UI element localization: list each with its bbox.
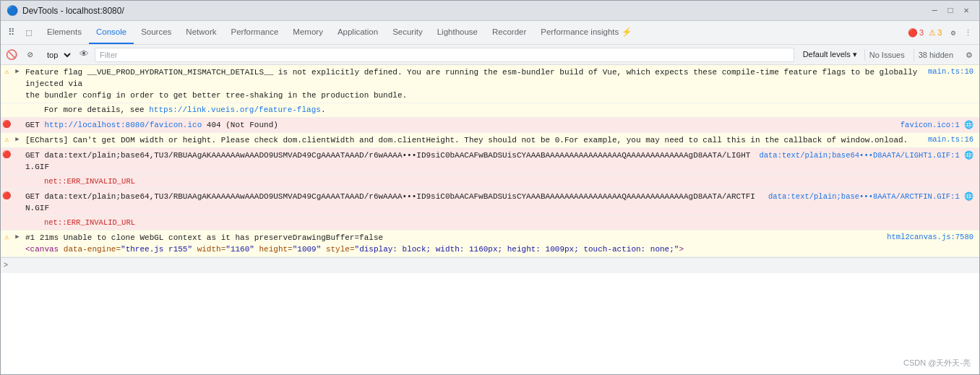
console-row-arctfin: 🔴 GET data:text/plain;base64,TU3/RBUAAgA… xyxy=(1,189,979,216)
warn-icon-3: ⚠ xyxy=(1,133,12,147)
warn-icon-6: ⚠ xyxy=(1,230,12,257)
error-badge: 🔴 3 xyxy=(908,28,924,38)
expand-1[interactable]: ▶ xyxy=(12,65,22,103)
row-source-light1[interactable]: data:text/plain;base64•••D8AATA/LIGHT1.G… xyxy=(756,148,979,161)
tab-sources[interactable]: Sources xyxy=(134,21,179,44)
tab-performance[interactable]: Performance xyxy=(224,21,286,44)
title-bar: 🔵 DevTools - localhost:8080/ — □ ✕ xyxy=(1,1,979,21)
minimize-button[interactable]: — xyxy=(927,4,942,18)
expand-6[interactable]: ▶ xyxy=(12,230,22,257)
vue-flags-link[interactable]: https://link.vueis.org/feature-flags xyxy=(149,105,321,114)
expand-5 xyxy=(12,189,22,215)
devtools-inspect-icon[interactable]: ⬚ xyxy=(21,21,37,44)
context-selector[interactable]: top xyxy=(41,48,73,61)
row-content-echarts: [ECharts] Can't get DOM width or height.… xyxy=(22,133,925,147)
row-source-vue-warn[interactable]: main.ts:10 xyxy=(925,65,979,77)
tab-lighthouse[interactable]: Lighthouse xyxy=(430,21,485,44)
error-icon-5: 🔴 xyxy=(1,189,12,215)
watermark: CSDN @天外天-亮 xyxy=(903,358,971,368)
error-icon-2: 🔴 xyxy=(1,118,12,132)
tab-memory[interactable]: Memory xyxy=(285,21,330,44)
devtools-right-icons: 🔴 3 ⚠ 3 ⚙ ⋮ xyxy=(901,27,979,39)
expand-3[interactable]: ▶ xyxy=(12,133,22,147)
row-content-arctfin-sub: net::ERR_INVALID_URL xyxy=(22,216,979,230)
row-source-echarts[interactable]: main.ts:16 xyxy=(925,133,979,145)
expand-1b xyxy=(12,103,22,117)
more-options-icon[interactable]: ⋮ xyxy=(961,27,975,39)
row-content-arctfin: GET data:text/plain;base64,TU3/RBUAAgAKA… xyxy=(22,189,765,215)
expand-5b xyxy=(12,216,22,230)
clear-console-button[interactable]: 🚫 xyxy=(4,47,20,63)
default-levels-button[interactable]: Default levels ▾ xyxy=(800,48,860,61)
expand-4b xyxy=(12,175,22,189)
row-content-webgl: #1 21ms Unable to clone WebGL context as… xyxy=(22,230,884,257)
eye-icon[interactable]: 👁 xyxy=(76,47,92,63)
row-content-vue-warn-sub: For more details, see https://link.vueis… xyxy=(22,103,979,117)
console-row-favicon: 🔴 GET http://localhost:8080/favicon.ico … xyxy=(1,118,979,133)
console-bottom-prompt: > xyxy=(1,257,979,273)
close-button[interactable]: ✕ xyxy=(959,4,973,18)
tab-console[interactable]: Console xyxy=(89,21,134,44)
window-title: DevTools - localhost:8080/ xyxy=(22,6,124,16)
tab-network[interactable]: Network xyxy=(179,21,223,44)
row-content-vue-warn: Feature flag __VUE_PROD_HYDRATION_MISMAT… xyxy=(22,65,925,103)
row-source-arctfin[interactable]: data:text/plain;base•••8AATA/ARCTFIN.GIF… xyxy=(765,189,979,202)
error-icon-4b xyxy=(1,175,12,189)
settings-icon[interactable]: ⚙ xyxy=(947,27,958,39)
warn-badge: ⚠ 3 xyxy=(929,28,942,38)
devtools-drag-icon[interactable]: ⠿ xyxy=(4,21,20,44)
no-issues-label: No Issues xyxy=(864,49,909,61)
tab-recorder[interactable]: Recorder xyxy=(485,21,533,44)
console-row-echarts: ⚠ ▶ [ECharts] Can't get DOM width or hei… xyxy=(1,133,979,148)
tab-elements[interactable]: Elements xyxy=(40,21,89,44)
row-content-light1-sub: net::ERR_INVALID_URL xyxy=(22,175,979,189)
error-icon-5b xyxy=(1,216,12,230)
console-row-vue-warn: ⚠ ▶ Feature flag __VUE_PROD_HYDRATION_MI… xyxy=(1,65,979,103)
warn-icon: ⚠ xyxy=(929,28,936,38)
console-settings-icon[interactable]: ⚙ xyxy=(962,48,976,62)
filter-input[interactable] xyxy=(95,48,794,62)
console-output[interactable]: ⚠ ▶ Feature flag __VUE_PROD_HYDRATION_MI… xyxy=(1,65,979,375)
console-row-vue-warn-sub: For more details, see https://link.vueis… xyxy=(1,103,979,118)
hidden-count-label: 38 hidden xyxy=(914,49,958,61)
tab-application[interactable]: Application xyxy=(330,21,385,44)
row-content-light1: GET data:text/plain;base64,TU3/RBUAAgAKA… xyxy=(22,148,756,174)
row-content-favicon: GET http://localhost:8080/favicon.ico 40… xyxy=(22,118,898,132)
console-row-arctfin-sub: net::ERR_INVALID_URL xyxy=(1,216,979,230)
tab-security[interactable]: Security xyxy=(385,21,430,44)
error-count-area: 🔴 3 ⚠ 3 xyxy=(905,28,945,38)
row-source-webgl[interactable]: html2canvas.js:7580 xyxy=(884,230,979,243)
prompt-chevron: > xyxy=(4,262,8,270)
title-bar-left: 🔵 DevTools - localhost:8080/ xyxy=(7,5,124,17)
error-icon-4: 🔴 xyxy=(1,148,12,174)
warn-icon-1b xyxy=(1,103,12,117)
console-toolbar: 🚫 ⊘ top 👁 Default levels ▾ No Issues 38 … xyxy=(1,45,979,65)
chrome-icon: 🔵 xyxy=(7,5,18,17)
favicon-link[interactable]: http://localhost:8080/favicon.ico xyxy=(44,121,202,129)
filter-icon[interactable]: ⊘ xyxy=(22,47,38,63)
row-source-favicon[interactable]: favicon.ico:1 🌐 xyxy=(898,118,979,131)
error-icon: 🔴 xyxy=(908,28,918,38)
devtools-left-icons: ⠿ ⬚ xyxy=(1,21,40,44)
tab-performance-insights[interactable]: Performance insights ⚡ xyxy=(533,21,638,44)
devtools-window: 🔵 DevTools - localhost:8080/ — □ ✕ ⠿ ⬚ E… xyxy=(0,0,980,375)
console-row-light1-sub: net::ERR_INVALID_URL xyxy=(1,175,979,189)
expand-2 xyxy=(12,118,22,132)
devtools-tab-bar: ⠿ ⬚ Elements Console Sources Network Per… xyxy=(1,21,979,45)
title-bar-controls: — □ ✕ xyxy=(927,4,973,18)
console-row-light1: 🔴 GET data:text/plain;base64,TU3/RBUAAgA… xyxy=(1,148,979,175)
maximize-button[interactable]: □ xyxy=(943,4,958,18)
console-row-webgl: ⚠ ▶ #1 21ms Unable to clone WebGL contex… xyxy=(1,230,979,257)
warn-icon-1: ⚠ xyxy=(1,65,12,103)
expand-4 xyxy=(12,148,22,174)
toolbar-right: Default levels ▾ No Issues 38 hidden ⚙ xyxy=(800,48,976,62)
